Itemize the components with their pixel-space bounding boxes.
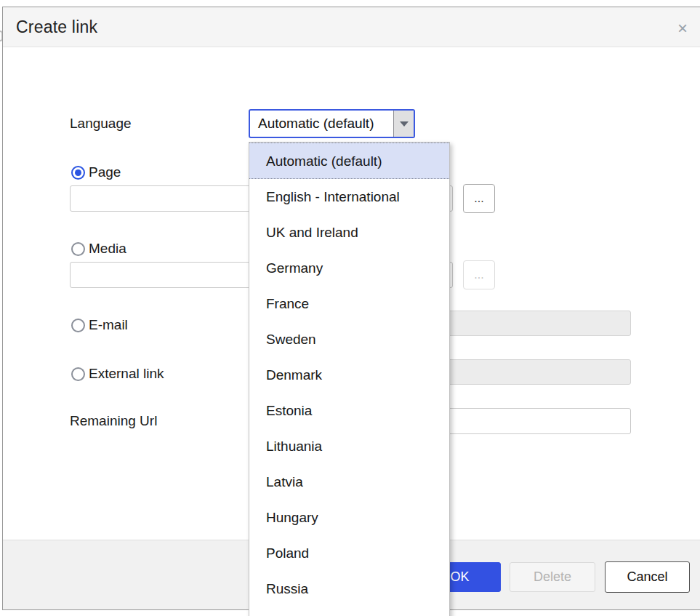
language-option[interactable]: France xyxy=(249,286,449,321)
language-label: Language xyxy=(70,116,132,132)
media-radio-label[interactable]: Media xyxy=(89,241,126,257)
external-link-radio-row: External link xyxy=(71,366,164,382)
language-option[interactable]: Automatic (default) xyxy=(249,143,449,179)
language-select-value: Automatic (default) xyxy=(250,111,393,137)
language-option[interactable]: Germany xyxy=(249,250,449,286)
delete-button[interactable]: Delete xyxy=(510,562,595,592)
language-option[interactable]: Russia xyxy=(249,571,449,607)
external-link-radio[interactable] xyxy=(71,367,85,381)
email-radio-row: E-mail xyxy=(71,317,128,333)
language-option[interactable]: Latvia xyxy=(249,464,449,500)
language-dropdown-list: Automatic (default)English - Internation… xyxy=(249,142,450,616)
close-icon[interactable]: × xyxy=(673,19,692,38)
language-select[interactable]: Automatic (default) xyxy=(249,109,415,138)
media-radio[interactable] xyxy=(71,242,85,256)
language-select-arrow-button[interactable] xyxy=(393,111,414,137)
media-browse-button[interactable]: ... xyxy=(463,260,495,289)
language-option[interactable]: Denmark xyxy=(249,357,449,393)
screenshot-stage: Create link × OK Delete Cancel Language … xyxy=(0,0,700,616)
page-radio-label[interactable]: Page xyxy=(89,164,121,180)
language-option[interactable]: Lithuania xyxy=(249,428,449,464)
media-radio-row: Media xyxy=(71,241,126,257)
page-radio-row: Page xyxy=(71,164,121,180)
cancel-button[interactable]: Cancel xyxy=(605,561,690,593)
language-option[interactable]: Hungary xyxy=(249,500,449,535)
email-radio-label[interactable]: E-mail xyxy=(89,317,128,333)
dialog-header: Create link xyxy=(3,7,700,47)
email-radio[interactable] xyxy=(71,319,85,332)
language-option[interactable]: English - International xyxy=(249,179,449,215)
language-option[interactable]: Poland xyxy=(249,535,449,571)
page-browse-button[interactable]: ... xyxy=(463,184,495,213)
page-radio[interactable] xyxy=(71,166,85,180)
chevron-down-icon xyxy=(400,121,409,127)
language-option[interactable]: Estonia xyxy=(249,393,449,428)
language-option[interactable]: Sweden xyxy=(249,321,449,357)
dialog-title: Create link xyxy=(16,17,97,37)
language-option[interactable]: UK and Ireland xyxy=(249,215,449,250)
remaining-url-label: Remaining Url xyxy=(70,413,157,429)
external-link-radio-label[interactable]: External link xyxy=(89,366,164,382)
